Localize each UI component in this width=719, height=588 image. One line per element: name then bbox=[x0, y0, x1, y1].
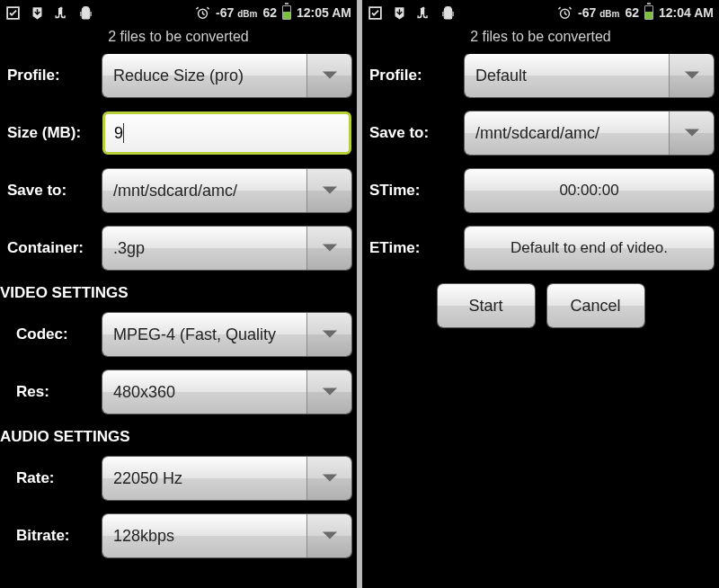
saveto-value: /mnt/sdcard/amc/ bbox=[102, 169, 306, 212]
cancel-button[interactable]: Cancel bbox=[547, 284, 644, 327]
clock: 12:04 AM bbox=[659, 5, 714, 20]
res-label: Res: bbox=[5, 383, 102, 401]
saveto-dropdown[interactable]: /mnt/sdcard/amc/ bbox=[102, 169, 351, 212]
file-count-header: 2 files to be converted bbox=[0, 25, 357, 54]
codec-dropdown[interactable]: MPEG-4 (Fast, Quality bbox=[102, 313, 351, 356]
checkbox-icon bbox=[368, 5, 383, 21]
clock: 12:05 AM bbox=[297, 5, 351, 20]
download-icon bbox=[392, 5, 407, 21]
video-settings-header: VIDEO SETTINGS bbox=[0, 284, 351, 302]
screen-right: -67 dBm 62 12:04 AM 2 files to be conver… bbox=[362, 0, 719, 588]
alarm-icon bbox=[557, 5, 573, 21]
screen-left: -67 dBm 62 12:05 AM 2 files to be conver… bbox=[0, 0, 357, 588]
container-label: Container: bbox=[5, 239, 102, 257]
download-icon bbox=[30, 5, 45, 21]
size-label: Size (MB): bbox=[5, 124, 102, 142]
checkbox-icon bbox=[5, 5, 21, 21]
status-bar: -67 dBm 62 12:05 AM bbox=[0, 0, 357, 25]
battery-icon bbox=[644, 5, 653, 20]
chevron-down-icon bbox=[306, 227, 351, 270]
battery-icon bbox=[282, 5, 291, 20]
chevron-down-icon bbox=[669, 54, 714, 97]
bitrate-label: Bitrate: bbox=[5, 527, 102, 545]
codec-label: Codec: bbox=[5, 325, 102, 343]
container-dropdown[interactable]: .3gp bbox=[102, 227, 351, 270]
signal-strength: -67 dBm bbox=[216, 5, 257, 20]
chevron-down-icon bbox=[306, 54, 351, 97]
etime-value: Default to end of video. bbox=[510, 239, 668, 257]
rate-dropdown[interactable]: 22050 Hz bbox=[102, 457, 351, 500]
etime-label: ETime: bbox=[368, 239, 465, 257]
battery-pct: 62 bbox=[625, 5, 639, 20]
file-count-header: 2 files to be converted bbox=[362, 25, 719, 54]
stime-value: 00:00:00 bbox=[559, 182, 618, 200]
usb-icon bbox=[416, 5, 431, 21]
status-bar: -67 dBm 62 12:04 AM bbox=[362, 0, 719, 25]
start-button[interactable]: Start bbox=[438, 284, 535, 327]
android-icon bbox=[78, 5, 93, 21]
profile-value: Reduce Size (pro) bbox=[102, 54, 306, 97]
rate-label: Rate: bbox=[5, 469, 102, 487]
android-icon bbox=[440, 5, 456, 21]
chevron-down-icon bbox=[306, 169, 351, 212]
profile-dropdown[interactable]: Default bbox=[465, 54, 714, 97]
stime-button[interactable]: 00:00:00 bbox=[465, 169, 714, 212]
etime-button[interactable]: Default to end of video. bbox=[465, 227, 714, 270]
profile-label: Profile: bbox=[5, 67, 102, 85]
profile-value: Default bbox=[465, 54, 669, 97]
battery-pct: 62 bbox=[262, 5, 277, 20]
stime-label: STime: bbox=[368, 182, 465, 200]
chevron-down-icon bbox=[306, 370, 351, 414]
size-input[interactable]: 9 bbox=[102, 111, 351, 155]
saveto-label: Save to: bbox=[5, 182, 102, 200]
codec-value: MPEG-4 (Fast, Quality bbox=[102, 313, 306, 356]
res-dropdown[interactable]: 480x360 bbox=[102, 370, 351, 414]
container-value: .3gp bbox=[102, 227, 306, 270]
bitrate-dropdown[interactable]: 128kbps bbox=[102, 514, 351, 557]
usb-icon bbox=[54, 5, 69, 21]
profile-dropdown[interactable]: Reduce Size (pro) bbox=[102, 54, 351, 97]
res-value: 480x360 bbox=[102, 370, 306, 414]
chevron-down-icon bbox=[669, 111, 714, 155]
bitrate-value: 128kbps bbox=[102, 514, 306, 557]
saveto-value: /mnt/sdcard/amc/ bbox=[465, 111, 669, 155]
signal-strength: -67 dBm bbox=[578, 5, 619, 20]
chevron-down-icon bbox=[306, 457, 351, 500]
audio-settings-header: AUDIO SETTINGS bbox=[0, 428, 351, 446]
saveto-dropdown[interactable]: /mnt/sdcard/amc/ bbox=[465, 111, 714, 155]
rate-value: 22050 Hz bbox=[102, 457, 306, 500]
saveto-label: Save to: bbox=[368, 124, 465, 142]
chevron-down-icon bbox=[306, 313, 351, 356]
profile-label: Profile: bbox=[368, 67, 465, 85]
chevron-down-icon bbox=[306, 514, 351, 557]
alarm-icon bbox=[195, 5, 210, 21]
